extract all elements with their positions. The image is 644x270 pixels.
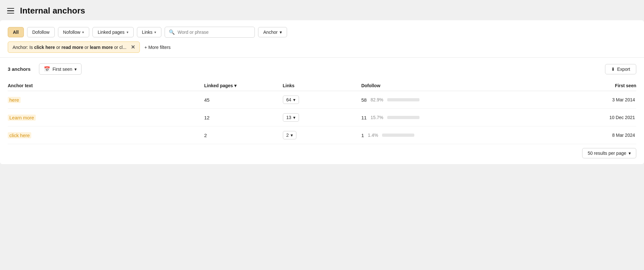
calendar-icon: 📅 <box>44 66 50 72</box>
table-controls: 3 anchors 📅 First seen ▾ ⬇ Export <box>8 63 636 75</box>
anchor-link-2[interactable]: click here <box>8 132 31 138</box>
dofollow-num-2: 1 <box>361 133 364 138</box>
filter-tag-text: Anchor: Is click here or read more or le… <box>13 45 126 50</box>
export-label: Export <box>617 67 630 72</box>
linked-pages-val-2: 2 <box>204 133 283 138</box>
search-box: 🔍 <box>165 27 255 38</box>
links-cell-0: 64 ▾ <box>283 96 361 104</box>
filter-term-2: read more <box>62 45 83 50</box>
first-seen-btn[interactable]: 📅 First seen ▾ <box>39 63 82 75</box>
dofollow-bar-bg-2 <box>382 134 414 137</box>
linked-pages-val-0: 45 <box>204 97 283 103</box>
first-seen-val-0: 3 Mar 2014 <box>558 97 636 102</box>
page-header: Internal anchors <box>0 0 644 20</box>
filter-close-btn[interactable]: ✕ <box>131 44 135 50</box>
linked-pages-chevron: ▾ <box>127 30 129 34</box>
table-section: 3 anchors 📅 First seen ▾ ⬇ Export Anchor… <box>0 58 644 164</box>
links-dropdown-0[interactable]: 64 ▾ <box>283 96 299 104</box>
links-dropdown-chevron-2: ▾ <box>291 133 293 138</box>
page-wrapper: Internal anchors All Dofollow Nofollow ▾… <box>0 0 644 270</box>
first-seen-btn-label: First seen <box>53 67 72 72</box>
anchor-text-cell: click here <box>8 132 204 138</box>
table-header: Anchor text Linked pages ▾ Links Dofollo… <box>8 80 636 91</box>
filter-dofollow[interactable]: Dofollow <box>27 27 55 37</box>
first-seen-val-2: 8 Mar 2024 <box>558 133 636 138</box>
dofollow-bar-bg-1 <box>387 116 419 119</box>
filter-row-1: All Dofollow Nofollow ▾ Linked pages ▾ L… <box>8 27 636 38</box>
col-header-linked-pages[interactable]: Linked pages ▾ <box>204 83 283 88</box>
anchor-dropdown[interactable]: Anchor ▾ <box>258 27 287 37</box>
links-dropdown-2[interactable]: 2 ▾ <box>283 131 297 139</box>
left-controls: 3 anchors 📅 First seen ▾ <box>8 63 82 75</box>
filter-row-2: Anchor: Is click here or read more or le… <box>8 42 636 53</box>
main-content: All Dofollow Nofollow ▾ Linked pages ▾ L… <box>0 20 644 164</box>
dofollow-pct-1: 15.7% <box>370 115 383 120</box>
dofollow-cell-0: 58 82.9% <box>361 97 558 103</box>
anchors-count: 3 anchors <box>8 66 31 72</box>
anchor-chevron: ▾ <box>280 30 282 35</box>
col-header-dofollow: Dofollow <box>361 83 558 88</box>
anchor-text-cell: here <box>8 97 204 103</box>
table-row: click here 2 2 ▾ 1 1.4% 8 Mar 2024 <box>8 126 636 144</box>
first-seen-chevron: ▾ <box>74 67 77 72</box>
per-page-label: 50 results per page <box>588 151 626 156</box>
nofollow-chevron: ▾ <box>82 30 84 34</box>
linked-pages-sort-icon: ▾ <box>234 83 236 88</box>
anchor-link-1[interactable]: Learn more <box>8 115 36 121</box>
links-dropdown-chevron-1: ▾ <box>293 115 295 120</box>
hamburger-menu[interactable] <box>7 8 14 14</box>
search-icon: 🔍 <box>169 29 175 35</box>
first-seen-val-1: 10 Dec 2021 <box>558 115 636 120</box>
dofollow-bar-bg-0 <box>387 98 419 101</box>
table-row: Learn more 12 13 ▾ 11 15.7% 10 Dec 2021 <box>8 109 636 126</box>
links-chevron: ▾ <box>154 30 156 34</box>
pagination-row: 50 results per page ▾ <box>8 144 636 161</box>
filter-linked-pages[interactable]: Linked pages ▾ <box>92 27 133 37</box>
filters-section: All Dofollow Nofollow ▾ Linked pages ▾ L… <box>0 20 644 58</box>
links-dropdown-1[interactable]: 13 ▾ <box>283 113 299 122</box>
export-icon: ⬇ <box>611 67 615 72</box>
linked-pages-val-1: 12 <box>204 115 283 120</box>
dofollow-pct-2: 1.4% <box>368 133 378 138</box>
nofollow-label: Nofollow <box>63 30 81 35</box>
links-label: Links <box>142 30 153 35</box>
active-filter-tag: Anchor: Is click here or read more or le… <box>8 42 140 53</box>
filter-term-3: learn more <box>90 45 113 50</box>
anchor-dropdown-label: Anchor <box>263 30 277 35</box>
linked-pages-label: Linked pages <box>98 30 124 35</box>
col-header-links: Links <box>283 83 361 88</box>
filter-term-1: click here <box>34 45 55 50</box>
dofollow-pct-0: 82.9% <box>370 97 383 102</box>
dofollow-num-1: 11 <box>361 115 367 120</box>
dofollow-cell-1: 11 15.7% <box>361 115 558 120</box>
links-dropdown-chevron-0: ▾ <box>293 97 295 102</box>
more-filters-btn[interactable]: + More filters <box>144 45 170 50</box>
export-btn[interactable]: ⬇ Export <box>605 64 636 74</box>
anchor-text-cell: Learn more <box>8 115 204 121</box>
filter-links[interactable]: Links ▾ <box>137 27 162 37</box>
col-header-first-seen: First seen <box>558 83 636 88</box>
filter-nofollow[interactable]: Nofollow ▾ <box>58 27 90 37</box>
search-input[interactable] <box>178 30 251 35</box>
col-header-anchor-text: Anchor text <box>8 83 204 88</box>
anchor-link-0[interactable]: here <box>8 97 21 103</box>
links-cell-1: 13 ▾ <box>283 113 361 122</box>
links-cell-2: 2 ▾ <box>283 131 361 139</box>
per-page-btn[interactable]: 50 results per page ▾ <box>582 148 636 158</box>
dofollow-num-0: 58 <box>361 97 367 103</box>
dofollow-cell-2: 1 1.4% <box>361 133 558 138</box>
filter-all[interactable]: All <box>8 27 24 37</box>
table-rows-container: here 45 64 ▾ 58 82.9% 3 Mar 2014 Learn m… <box>8 91 636 144</box>
table-row: here 45 64 ▾ 58 82.9% 3 Mar 2014 <box>8 91 636 109</box>
page-title: Internal anchors <box>20 6 85 16</box>
per-page-chevron: ▾ <box>629 151 631 156</box>
